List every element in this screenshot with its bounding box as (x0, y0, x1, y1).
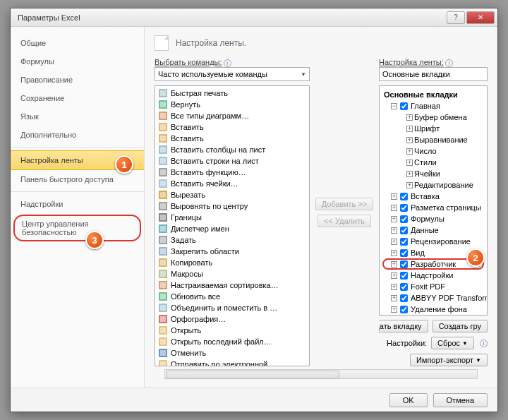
expand-toggle[interactable]: + (391, 216, 397, 222)
sidebar-item[interactable]: Сохранение (11, 89, 144, 107)
sidebar-item[interactable]: Дополнительно (11, 126, 144, 144)
command-item[interactable]: Вставить ячейки… (155, 178, 309, 189)
add-button[interactable]: Добавить >> (315, 198, 374, 210)
tab-checkbox[interactable] (400, 294, 408, 302)
command-item[interactable]: Орфография… (155, 313, 309, 325)
tree-group-node[interactable]: +Ячейки (381, 168, 485, 179)
cancel-button[interactable]: Отмена (433, 393, 488, 407)
tab-checkbox[interactable] (400, 227, 408, 234)
tree-group-node[interactable]: +Буфер обмена (381, 112, 485, 123)
expand-toggle[interactable]: + (406, 137, 413, 143)
tree-tab-node[interactable]: +Рецензирование (381, 236, 485, 247)
info-icon[interactable]: i (224, 59, 231, 67)
tab-checkbox[interactable] (400, 272, 408, 280)
horizontal-scrollbar[interactable] (164, 369, 478, 379)
ok-button[interactable]: OK (389, 393, 428, 407)
tree-tab-node[interactable]: +Разметка страницы (381, 202, 485, 213)
expand-toggle[interactable]: + (391, 250, 397, 256)
command-item[interactable]: Границы (155, 212, 309, 223)
reset-button[interactable]: Сброс▼ (431, 337, 474, 349)
command-item[interactable]: Закрепить области (155, 246, 309, 257)
command-item[interactable]: Открыть последний файл… (155, 336, 309, 347)
close-button[interactable]: ✕ (466, 11, 495, 24)
expand-toggle[interactable]: + (391, 295, 397, 301)
tree-group-node[interactable]: +Шрифт (381, 123, 485, 134)
sidebar-item[interactable]: Центр управления безопасностью (13, 215, 141, 241)
tree-tab-node[interactable]: +Вставка (381, 191, 485, 202)
tab-checkbox[interactable] (400, 260, 408, 268)
info-icon[interactable]: i (445, 59, 453, 67)
commands-list[interactable]: Быстрая печатьВернутьВсе типы диаграмм…В… (155, 85, 310, 366)
command-item[interactable]: Макросы (155, 268, 309, 280)
command-item[interactable]: Копировать (155, 257, 309, 268)
command-item[interactable]: Вставить функцию… (155, 167, 309, 178)
tab-checkbox[interactable] (400, 204, 408, 212)
tree-tab-node[interactable]: +Удаление фона (381, 304, 485, 315)
help-button[interactable]: ? (447, 11, 465, 24)
command-item[interactable]: Диспетчер имен (155, 223, 309, 234)
command-item[interactable]: Вставить (155, 133, 309, 144)
new-group-button[interactable]: Создать гру (433, 320, 488, 332)
import-export-button[interactable]: Импорт-экспорт▼ (410, 354, 488, 366)
tab-checkbox[interactable] (400, 215, 408, 223)
command-item[interactable]: Открыть (155, 325, 309, 336)
sidebar-item[interactable]: Правописание (11, 71, 144, 89)
command-item[interactable]: Вырезать (155, 189, 309, 200)
tree-group-node[interactable]: +Выравнивание (381, 134, 485, 145)
expand-toggle[interactable]: + (406, 160, 413, 166)
expand-toggle[interactable]: + (391, 272, 397, 279)
tab-checkbox[interactable] (400, 238, 408, 246)
command-item[interactable]: Отправить по электронной… (155, 359, 309, 366)
tree-tab-node[interactable]: +Надстройки (381, 270, 485, 281)
tab-checkbox[interactable] (400, 283, 408, 291)
expand-toggle[interactable]: + (406, 148, 413, 155)
command-item[interactable]: Все типы диаграмм… (155, 110, 309, 121)
tab-checkbox[interactable] (400, 249, 408, 257)
expand-toggle[interactable]: + (406, 182, 413, 188)
command-item[interactable]: Выровнять по центру (155, 200, 309, 212)
expand-toggle[interactable]: + (406, 126, 413, 132)
info-icon[interactable]: i (480, 340, 488, 347)
tab-checkbox[interactable] (400, 102, 408, 110)
tree-group-node[interactable]: +Стили (381, 157, 485, 168)
sidebar-item[interactable]: Язык (11, 107, 144, 126)
svg-rect-37 (160, 294, 166, 299)
tree-tab-node[interactable]: +Foxit PDF (381, 281, 485, 292)
expand-toggle[interactable]: + (391, 306, 397, 313)
command-item[interactable]: Настраиваемая сортировка… (155, 280, 309, 291)
expand-toggle[interactable]: + (391, 239, 397, 245)
tab-checkbox[interactable] (400, 306, 408, 313)
expand-toggle[interactable]: + (406, 114, 413, 121)
expand-toggle[interactable]: + (391, 227, 397, 234)
command-item[interactable]: Задать (155, 234, 309, 246)
tree-tab-node[interactable]: +Формулы (381, 213, 485, 224)
expand-toggle[interactable]: + (391, 261, 397, 268)
sidebar-item[interactable]: Формулы (11, 52, 144, 71)
expand-toggle[interactable]: + (406, 171, 413, 177)
command-item[interactable]: Отменить (155, 347, 309, 359)
command-item[interactable]: Обновить все (155, 291, 309, 302)
tree-tab-node[interactable]: +Данные (381, 224, 485, 236)
tab-checkbox[interactable] (400, 193, 408, 200)
expand-toggle[interactable]: + (391, 193, 397, 200)
remove-button[interactable]: << Удалить (318, 215, 371, 227)
ribbon-tree[interactable]: Основные вкладки −Главная+Буфер обмена+Ш… (379, 85, 488, 316)
expand-toggle[interactable]: − (391, 103, 397, 109)
ribbon-combo[interactable]: Основные вкладки (379, 67, 488, 81)
command-item[interactable]: Вставить (155, 121, 309, 133)
sidebar-item[interactable]: Надстройки (11, 195, 144, 213)
tree-tab-node[interactable]: −Главная (381, 100, 485, 112)
expand-toggle[interactable]: + (391, 284, 397, 290)
command-item[interactable]: Быстрая печать (155, 88, 309, 99)
commands-combo[interactable]: Часто используемые команды ▼ (155, 67, 310, 81)
tree-group-node[interactable]: +Редактирование (381, 179, 485, 191)
command-item[interactable]: Вставить строки на лист (155, 155, 309, 167)
command-item[interactable]: Вставить столбцы на лист (155, 144, 309, 155)
new-tab-button[interactable]: Создать вкладку (379, 320, 428, 332)
tree-tab-node[interactable]: +ABBYY PDF Transformer+ (381, 292, 485, 304)
command-item[interactable]: Вернуть (155, 99, 309, 110)
command-item[interactable]: Объединить и поместить в … (155, 302, 309, 313)
sidebar-item[interactable]: Общие (11, 34, 144, 52)
tree-group-node[interactable]: +Число (381, 145, 485, 157)
expand-toggle[interactable]: + (391, 205, 397, 211)
